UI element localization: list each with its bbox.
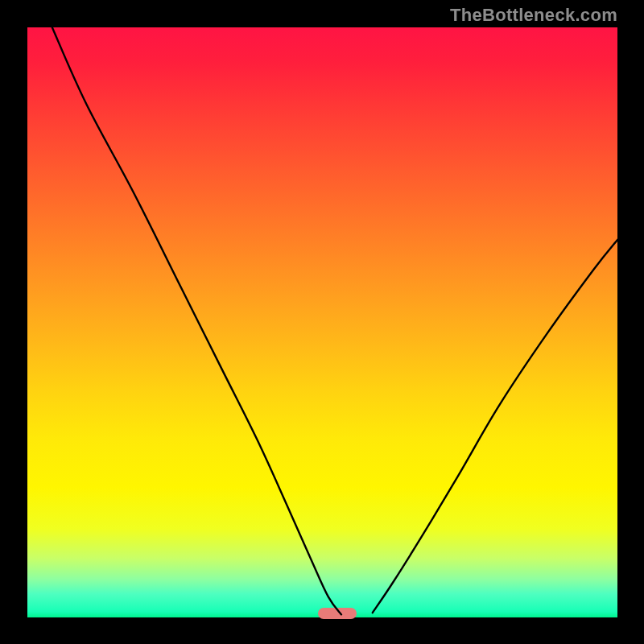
chart-plot-area [27, 27, 617, 617]
watermark-text: TheBottleneck.com [450, 5, 617, 26]
image-frame: TheBottleneck.com [0, 0, 644, 644]
optimum-marker [318, 608, 357, 619]
